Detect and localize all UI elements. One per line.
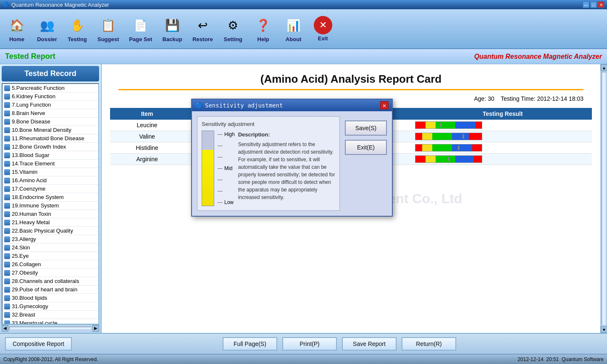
sensitivity-bar[interactable] <box>202 131 214 206</box>
toolbar-home[interactable]: 🏠 Home <box>3 13 30 44</box>
sidebar-item-icon <box>4 169 10 175</box>
sidebar-list-item[interactable]: 22.Basic Physical Quality <box>3 227 98 235</box>
scroll-down-btn[interactable]: ▼ <box>601 326 607 333</box>
sidebar-list-item[interactable]: 25.Eye <box>3 252 98 260</box>
toolbar-testing[interactable]: ✋ Testing <box>64 13 91 44</box>
sidebar-list-item[interactable]: 21.Heavy Metal <box>3 218 98 227</box>
toolbar-dossier[interactable]: 👥 Dossier <box>34 13 60 44</box>
table-cell-result: ⬇ <box>413 154 592 165</box>
sidebar-list-item[interactable]: 10.Bone Mineral Density <box>3 126 98 134</box>
toolbar-restore[interactable]: ↩ Restore <box>189 13 216 44</box>
scroll-up-btn[interactable]: ▲ <box>601 64 607 71</box>
sidebar-item-icon <box>4 211 10 217</box>
sidebar-list-item[interactable]: 27.Obesity <box>3 269 98 277</box>
modal-desc-title: Description: <box>238 131 335 139</box>
pageset-icon: 📄 <box>131 15 151 35</box>
toolbar-exit[interactable]: ✕ Exit <box>310 14 336 43</box>
sidebar-list-item[interactable]: 5.Pancreatic Function <box>3 84 98 92</box>
sidebar-scroll-right[interactable]: ▶ <box>92 325 99 332</box>
sidebar-item-icon <box>4 144 10 150</box>
sidebar-item-icon <box>4 136 10 141</box>
status-date: 2012-12-14 <box>518 356 543 362</box>
sidebar-list-item[interactable]: 20.Human Toxin <box>3 210 98 218</box>
sidebar-list-item[interactable]: 11.Rheumatoid Bone Disease <box>3 134 98 143</box>
report-title: (Amino Acid) Analysis Report Card <box>110 73 592 86</box>
sidebar-scroll-track[interactable] <box>9 327 92 330</box>
sidebar-item-icon <box>4 186 10 192</box>
sidebar-list-item[interactable]: 15.Vitamin <box>3 168 98 176</box>
toolbar-suggest[interactable]: 📋 Suggest <box>94 13 122 44</box>
toolbar-setting[interactable]: ⚙ Setting <box>220 13 247 44</box>
sidebar-list-item[interactable]: 18.Endocrine System <box>3 193 98 202</box>
report-divider <box>118 89 583 90</box>
toolbar-help-label: Help <box>258 36 269 42</box>
modal-close-button[interactable]: ✕ <box>380 101 389 110</box>
sidebar-item-icon <box>4 178 10 183</box>
sidebar-scroll-left[interactable]: ◀ <box>2 325 8 332</box>
col-header-result: Testing Result <box>413 108 592 120</box>
app-brand: Quantum Resonance Magnetic Analyzer <box>474 53 602 60</box>
sidebar-list-item[interactable]: 31.Gynecology <box>3 302 98 311</box>
sidebar-list-item[interactable]: 32.Breast <box>3 311 98 319</box>
sens-high-label: High <box>224 131 235 137</box>
sidebar-list-item[interactable]: 33.Menstrual cycle <box>3 319 98 325</box>
toolbar-pageset[interactable]: 📄 Page Set <box>126 13 155 44</box>
toolbar-dossier-label: Dossier <box>37 36 57 42</box>
sidebar-list-item[interactable]: 12.Bone Growth Index <box>3 143 98 151</box>
sidebar-list-item[interactable]: 24.Skin <box>3 244 98 252</box>
save-report-button[interactable]: Save Report <box>342 337 397 351</box>
sidebar-list-item[interactable]: 8.Brain Nerve <box>3 109 98 118</box>
sens-low-label: Low <box>224 199 234 205</box>
toolbar-backup[interactable]: 💾 Backup <box>159 13 186 44</box>
result-bar: ⬇ <box>415 121 482 129</box>
copyright-label: CopyRight 2008-2012, All Right Reserved. <box>3 356 98 362</box>
sens-low: — Low <box>218 199 235 205</box>
sensitivity-bar-wrapper <box>202 131 214 206</box>
report-scrollbar[interactable]: ▲ ▼ <box>600 64 607 333</box>
return-button[interactable]: Return(R) <box>402 337 456 351</box>
minimize-button[interactable]: — <box>583 1 589 8</box>
close-window-button[interactable]: ✕ <box>598 1 604 8</box>
scroll-track[interactable] <box>602 72 606 325</box>
sidebar-list: 5.Pancreatic Function6.Kidney Function7.… <box>2 83 99 325</box>
sidebar-item-label: 7.Lung Function <box>12 102 51 108</box>
sidebar-item-label: 31.Gynecology <box>12 303 48 309</box>
modal-right-panel: Save(S) Exit(E) <box>345 116 387 211</box>
modal-left-panel: Sensitivity adjustment — High — <box>197 116 340 211</box>
app-icon: 🔵 <box>3 2 9 8</box>
about-icon: 📊 <box>284 15 304 35</box>
sidebar-list-item[interactable]: 13.Blood Sugar <box>3 151 98 160</box>
sidebar-item-label: 8.Brain Nerve <box>12 110 45 116</box>
sidebar-list-item[interactable]: 30.Blood lipids <box>3 294 98 302</box>
sidebar-list-item[interactable]: 29.Pulse of heart and brain <box>3 285 98 294</box>
print-button[interactable]: Print(P) <box>282 337 337 351</box>
sidebar-list-item[interactable]: 26.Collagen <box>3 260 98 269</box>
sidebar-list-item[interactable]: 28.Channels and collaterals <box>3 277 98 285</box>
sidebar-item-icon <box>4 220 10 225</box>
table-cell-result: ⬇ <box>413 120 592 131</box>
sidebar-list-item[interactable]: 14.Trace Element <box>3 160 98 168</box>
setting-icon: ⚙ <box>223 15 243 35</box>
result-arrow: ⬇ <box>438 122 443 128</box>
toolbar-about[interactable]: 📊 About <box>280 13 307 44</box>
toolbar-setting-label: Setting <box>224 36 242 42</box>
testing-icon: ✋ <box>67 15 87 35</box>
sidebar-list-item[interactable]: 17.Coenzyme <box>3 185 98 193</box>
sidebar-list-item[interactable]: 6.Kidney Function <box>3 92 98 101</box>
sidebar-item-icon <box>4 295 10 301</box>
modal-exit-button[interactable]: Exit(E) <box>345 140 387 155</box>
sidebar-list-item[interactable]: 23.Allergy <box>3 235 98 244</box>
compositive-report-button[interactable]: Compositive Report <box>5 337 72 351</box>
full-page-button[interactable]: Full Page(S) <box>223 337 277 351</box>
sidebar-list-item[interactable]: 7.Lung Function <box>3 101 98 109</box>
maximize-button[interactable]: □ <box>590 1 597 8</box>
toolbar-help[interactable]: ❓ Help <box>250 13 277 44</box>
sidebar-list-item[interactable]: 9.Bone Disease <box>3 118 98 126</box>
sidebar-item-label: 32.Breast <box>12 312 35 318</box>
table-cell-result: ⬇ <box>413 131 592 142</box>
sidebar-list-item[interactable]: 19.Immune System <box>3 202 98 210</box>
sidebar-list-item[interactable]: 16.Amino Acid <box>3 176 98 185</box>
modal-save-button[interactable]: Save(S) <box>345 120 387 136</box>
sidebar-horizontal-scrollbar[interactable]: ◀ ▶ <box>2 325 99 331</box>
sidebar-item-label: 26.Collagen <box>12 261 41 267</box>
